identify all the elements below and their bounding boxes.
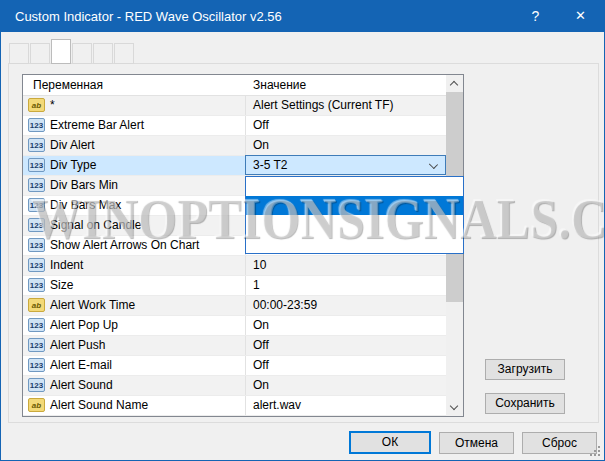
param-type-icon: ab — [28, 298, 45, 312]
tab[interactable] — [51, 39, 71, 64]
table-row[interactable]: 123 Div Alert On — [23, 136, 446, 156]
param-value-cell[interactable]: 1 — [245, 276, 446, 295]
column-header-variable: Переменная — [33, 75, 103, 95]
param-value-cell[interactable]: On — [245, 136, 446, 155]
param-name-cell: 123 Signal on Candle — [23, 216, 245, 235]
param-type-icon: 123 — [28, 198, 45, 212]
param-type-icon: 123 — [28, 158, 45, 172]
param-value: Alert Settings (Current TF) — [253, 96, 393, 115]
tab[interactable] — [9, 43, 29, 64]
scroll-up-button[interactable] — [446, 75, 463, 92]
window-title: Custom Indicator - RED Wave Oscillator v… — [15, 1, 282, 32]
param-type-icon: 123 — [28, 318, 45, 332]
param-value: Off — [253, 116, 269, 135]
param-value-cell[interactable]: 10 — [245, 256, 446, 275]
ok-button[interactable]: ОК — [349, 431, 431, 454]
help-button[interactable]: ? — [513, 1, 558, 32]
table-row[interactable]: 123 Alert Sound On — [23, 376, 446, 396]
table-row[interactable]: 123 Alert Push Off — [23, 336, 446, 356]
param-value: alert.wav — [253, 396, 301, 415]
param-name: Div Bars Min — [50, 176, 118, 195]
table-row[interactable]: 123 Alert Pop Up On — [23, 316, 446, 336]
param-type-icon: 123 — [28, 258, 45, 272]
param-name-cell: 123 Alert Pop Up — [23, 316, 245, 335]
param-name: Alert Sound Name — [50, 396, 148, 415]
param-type-icon: 123 — [28, 178, 45, 192]
param-name: Size — [50, 276, 73, 295]
table-row[interactable]: 123 Div Type 3-5 T2 — [23, 156, 446, 176]
dropdown-option[interactable] — [246, 234, 463, 253]
param-value: On — [253, 136, 269, 155]
scroll-down-button[interactable] — [446, 399, 463, 416]
param-name: Signal on Candle — [50, 216, 141, 235]
table-row[interactable]: ab Alert Sound Name alert.wav — [23, 396, 446, 416]
table-row[interactable]: ab Alert Work Time 00:00-23:59 — [23, 296, 446, 316]
param-type-icon: 123 — [28, 218, 45, 232]
cancel-button[interactable]: Отмена — [439, 432, 514, 454]
table-row[interactable]: 123 Size 1 — [23, 276, 446, 296]
param-name: Div Bars Max — [50, 196, 121, 215]
table-row[interactable]: 123 Extreme Bar Alert Off — [23, 116, 446, 136]
param-value-cell[interactable]: On — [245, 316, 446, 335]
tab[interactable] — [72, 43, 92, 64]
param-type-icon: 123 — [28, 138, 45, 152]
param-value: 1 — [253, 276, 260, 295]
param-type-icon: 123 — [28, 118, 45, 132]
param-name-cell: 123 Div Bars Max — [23, 196, 245, 215]
param-value-cell[interactable]: Off — [245, 336, 446, 355]
param-value-cell[interactable]: 00:00-23:59 — [245, 296, 446, 315]
param-type-icon: 123 — [28, 378, 45, 392]
param-name-cell: 123 Extreme Bar Alert — [23, 116, 245, 135]
column-header-value: Значение — [253, 75, 306, 95]
param-name-cell: 123 Indent — [23, 256, 245, 275]
param-value-cell[interactable]: 3-5 T2 — [245, 155, 446, 175]
load-button[interactable]: Загрузить — [485, 359, 565, 380]
param-value-cell[interactable]: On — [245, 376, 446, 395]
tab[interactable] — [30, 43, 50, 64]
param-name: Alert Work Time — [50, 296, 135, 315]
param-name-cell: 123 Size — [23, 276, 245, 295]
param-name: Indent — [50, 256, 83, 275]
param-value-cell[interactable]: Off — [245, 356, 446, 375]
save-button[interactable]: Сохранить — [485, 393, 565, 414]
table-header: Переменная Значение — [23, 75, 463, 96]
param-value: Off — [253, 356, 269, 375]
table-row[interactable]: 123 Indent 10 — [23, 256, 446, 276]
param-name-cell: 123 Alert E-mail — [23, 356, 245, 375]
param-value-cell[interactable]: alert.wav — [245, 396, 446, 415]
param-name: Alert E-mail — [50, 356, 112, 375]
param-name-cell: 123 Div Alert — [23, 136, 245, 155]
tab[interactable] — [114, 43, 134, 64]
param-name-cell: 123 Alert Push — [23, 336, 245, 355]
chevron-down-icon[interactable] — [429, 160, 438, 169]
param-name-cell: 123 Div Bars Min — [23, 176, 245, 195]
param-value-cell[interactable]: Alert Settings (Current TF) — [245, 96, 446, 115]
param-name: Alert Sound — [50, 376, 113, 395]
param-type-icon: 123 — [28, 338, 45, 352]
dropdown-option[interactable] — [246, 215, 463, 234]
param-name-cell: ab * — [23, 96, 245, 115]
param-name-cell: 123 Div Type — [23, 156, 245, 175]
param-name: Show Alert Arrows On Chart — [50, 236, 199, 255]
param-value-cell[interactable]: Off — [245, 116, 446, 135]
parameters-table: Переменная Значение ab * Alert Settings … — [22, 74, 464, 417]
table-row[interactable]: 123 Alert E-mail Off — [23, 356, 446, 376]
resize-grip[interactable] — [590, 446, 600, 456]
param-name-cell: ab Alert Sound Name — [23, 396, 245, 415]
close-button[interactable]: ✕ — [558, 1, 603, 32]
tab[interactable] — [93, 43, 113, 64]
param-name-cell: 123 Alert Sound — [23, 376, 245, 395]
param-name: Alert Push — [50, 336, 105, 355]
param-value: On — [253, 316, 269, 335]
param-type-icon: 123 — [28, 278, 45, 292]
div-type-dropdown-list — [245, 176, 464, 254]
table-row[interactable]: ab * Alert Settings (Current TF) — [23, 96, 446, 116]
dropdown-option[interactable] — [246, 177, 463, 196]
table-rows: ab * Alert Settings (Current TF) 123 Ext… — [23, 96, 446, 416]
reset-button[interactable]: Сброс — [522, 432, 597, 454]
param-type-icon: ab — [28, 98, 45, 112]
param-value: 00:00-23:59 — [253, 296, 317, 315]
param-type-icon: 123 — [28, 358, 45, 372]
param-type-icon: ab — [28, 398, 45, 412]
dropdown-option[interactable] — [246, 196, 463, 215]
